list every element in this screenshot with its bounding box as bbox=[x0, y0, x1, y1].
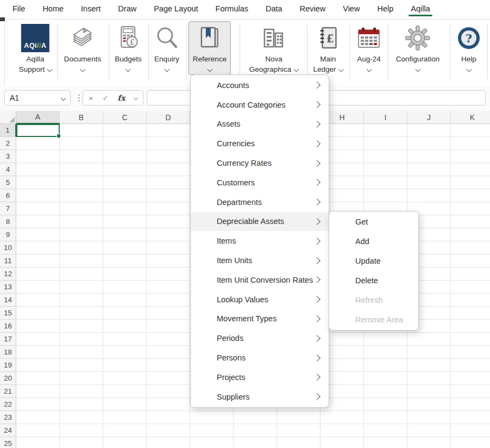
menubar-tab[interactable]: Data bbox=[265, 2, 283, 16]
reference-menu-item[interactable]: Account Categories bbox=[191, 95, 329, 115]
cancel-icon[interactable]: × bbox=[89, 94, 93, 103]
chevron-right-icon bbox=[313, 315, 321, 322]
submenu-item[interactable]: Refresh bbox=[329, 290, 418, 310]
row-header[interactable]: 15 bbox=[0, 307, 16, 320]
documents-button[interactable]: Documents bbox=[64, 22, 101, 71]
select-all-corner[interactable] bbox=[0, 111, 16, 124]
reference-menu-item[interactable]: Projects bbox=[191, 368, 329, 387]
reference-book-icon bbox=[197, 22, 223, 54]
reference-menu-item[interactable]: Lookup Values bbox=[191, 290, 329, 309]
row-header-label: 18 bbox=[4, 348, 12, 356]
chevron-right-icon bbox=[313, 198, 321, 206]
reference-menu-item[interactable]: Accounts bbox=[191, 76, 329, 95]
column-header[interactable]: B bbox=[60, 111, 103, 124]
budgets-button[interactable]: £ Budgets bbox=[115, 22, 142, 71]
menubar-tab[interactable]: File bbox=[12, 2, 26, 16]
submenu-item[interactable]: Delete bbox=[329, 271, 418, 290]
chevron-down-icon bbox=[466, 67, 472, 72]
reference-menu-item[interactable]: Item Units bbox=[191, 251, 329, 270]
nova-geographica-label-2: Geographica bbox=[249, 64, 291, 74]
row-header[interactable]: 2 bbox=[0, 137, 16, 150]
menubar-tab[interactable]: Home bbox=[42, 2, 64, 16]
row-header[interactable]: 4 bbox=[0, 163, 16, 176]
row-header-label: 17 bbox=[4, 335, 12, 343]
row-header[interactable]: 3 bbox=[0, 150, 16, 163]
column-header-label: K bbox=[470, 113, 475, 122]
reference-menu-item[interactable]: Currency Rates bbox=[191, 153, 329, 173]
column-header[interactable]: D bbox=[147, 111, 190, 124]
row-header[interactable]: 7 bbox=[0, 202, 16, 215]
reference-menu-item[interactable]: Assets bbox=[191, 115, 329, 134]
row-header[interactable]: 21 bbox=[0, 385, 16, 398]
menubar-tab[interactable]: Formulas bbox=[215, 2, 249, 16]
row-header[interactable]: 17 bbox=[0, 333, 16, 346]
row-header[interactable]: 23 bbox=[0, 411, 16, 424]
row-header[interactable]: 6 bbox=[0, 189, 16, 202]
column-header[interactable]: A bbox=[16, 111, 60, 124]
row-header[interactable]: 25 bbox=[0, 437, 16, 448]
row-header[interactable]: 8 bbox=[0, 215, 16, 228]
reference-menu-item[interactable]: Item Unit Conversion Rates bbox=[191, 270, 329, 290]
help-button[interactable]: ? Help bbox=[456, 22, 482, 71]
reference-menu-item[interactable]: Periods bbox=[191, 328, 329, 348]
row-header[interactable]: 19 bbox=[0, 359, 16, 372]
row-header[interactable]: 11 bbox=[0, 254, 16, 267]
menubar-tab[interactable]: View bbox=[342, 2, 360, 16]
period-button[interactable]: Aug-24 bbox=[356, 22, 382, 71]
row-header[interactable]: 24 bbox=[0, 424, 16, 437]
row-header[interactable]: 10 bbox=[0, 241, 16, 254]
menu-item-label: Items bbox=[217, 237, 236, 245]
chevron-down-icon bbox=[207, 67, 212, 72]
row-header[interactable]: 16 bbox=[0, 320, 16, 333]
reference-button[interactable]: Reference bbox=[189, 21, 231, 75]
chevron-right-icon bbox=[313, 335, 321, 342]
reference-menu-item[interactable]: Depreciable Assets bbox=[191, 212, 329, 232]
chevron-right-icon bbox=[313, 238, 321, 245]
menubar-tab[interactable]: Review bbox=[299, 2, 326, 16]
reference-menu-item[interactable]: Departments bbox=[191, 192, 329, 212]
nova-geographica-button[interactable]: Nova Geographica bbox=[249, 22, 298, 74]
column-header[interactable]: K bbox=[451, 111, 490, 124]
row-header[interactable]: 13 bbox=[0, 281, 16, 294]
column-header[interactable]: I bbox=[364, 111, 407, 124]
main-ledger-button[interactable]: £ Main Ledger bbox=[313, 22, 343, 74]
reference-menu-item[interactable]: Persons bbox=[191, 348, 329, 368]
active-cell-selection[interactable] bbox=[16, 124, 60, 137]
column-header[interactable]: C bbox=[103, 111, 147, 124]
reference-menu-item[interactable]: Items bbox=[191, 231, 329, 251]
row-header-label: 1 bbox=[5, 126, 10, 134]
row-header[interactable]: 1 bbox=[0, 124, 16, 137]
row-header[interactable]: 5 bbox=[0, 176, 16, 189]
menubar-tab[interactable]: Insert bbox=[80, 2, 101, 16]
menu-bar: File Home Insert Draw Page Layout Formul… bbox=[0, 0, 490, 17]
submenu-item[interactable]: Add bbox=[329, 232, 418, 251]
submenu-item[interactable]: Get bbox=[329, 212, 418, 232]
row-header-label: 4 bbox=[6, 165, 10, 173]
reference-menu-item[interactable]: Suppliers bbox=[191, 387, 329, 407]
row-header[interactable]: 9 bbox=[0, 228, 16, 241]
row-header[interactable]: 12 bbox=[0, 267, 16, 281]
configuration-button[interactable]: Configuration bbox=[396, 22, 439, 71]
menubar-tab[interactable]: Page Layout bbox=[153, 2, 198, 16]
reference-menu-item[interactable]: Customers bbox=[191, 173, 329, 192]
formula-bar-grip-icon[interactable]: ⋮ bbox=[75, 93, 83, 103]
submenu-item[interactable]: Update bbox=[329, 251, 418, 271]
row-header[interactable]: 14 bbox=[0, 294, 16, 307]
enquiry-button[interactable]: Enquiry bbox=[154, 22, 180, 71]
menubar-tab[interactable]: Help bbox=[376, 2, 394, 16]
aqilla-support-button[interactable]: AQi//A Aqilla Support bbox=[19, 22, 52, 74]
submenu-item[interactable]: Remove Area bbox=[329, 310, 418, 329]
insert-function-icon[interactable]: fx bbox=[117, 94, 125, 102]
chevron-right-icon bbox=[313, 121, 321, 128]
reference-menu-item[interactable]: Movement Types bbox=[191, 309, 329, 329]
row-header[interactable]: 20 bbox=[0, 372, 16, 385]
name-box[interactable]: A1 bbox=[4, 90, 71, 105]
row-header[interactable]: 22 bbox=[0, 398, 16, 411]
column-header[interactable]: J bbox=[407, 111, 451, 124]
reference-menu-item[interactable]: Currencies bbox=[191, 134, 329, 153]
menubar-tab[interactable]: Draw bbox=[117, 2, 137, 16]
row-header[interactable]: 18 bbox=[0, 346, 16, 359]
menubar-tab[interactable]: Aqilla bbox=[410, 2, 430, 16]
confirm-icon[interactable]: ✓ bbox=[102, 94, 109, 102]
configuration-label: Configuration bbox=[396, 54, 439, 64]
